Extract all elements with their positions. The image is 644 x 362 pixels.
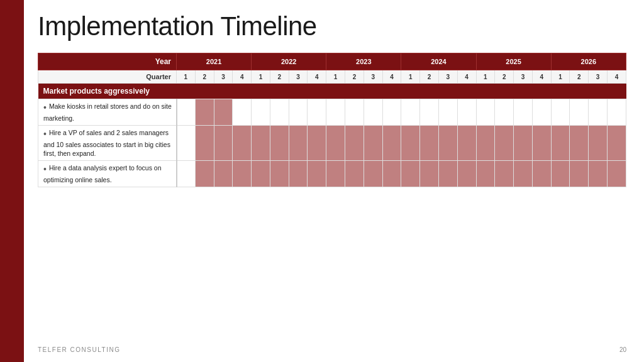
cell-r1-q18: [495, 99, 514, 126]
cell-r2-q19: [514, 126, 533, 161]
cell-r1-q3: [214, 99, 233, 126]
bullet-icon: •: [43, 102, 47, 112]
cell-r3-q21: [551, 161, 570, 187]
table-row: •Hire a data analysis expert to focus on…: [38, 161, 626, 187]
cell-r3-q2: [195, 161, 214, 187]
cell-r2-q24: [607, 126, 626, 161]
table-row: •Hire a VP of sales and 2 sales managers…: [38, 126, 626, 161]
q1: 1: [401, 70, 420, 84]
cell-r1-q21: [551, 99, 570, 126]
cell-r3-q18: [495, 161, 514, 187]
q1: 1: [326, 70, 345, 84]
cell-r3-q4: [233, 161, 252, 187]
cell-r2-q22: [570, 126, 589, 161]
q4: 4: [457, 70, 476, 84]
cell-r2-q14: [420, 126, 439, 161]
quarter-header-row: Quarter 1234 1234 1234 1234 1234 1234: [38, 70, 626, 84]
cell-r2-q5: [252, 126, 270, 161]
q3: 3: [214, 70, 233, 84]
cell-r1-q15: [438, 99, 457, 126]
q1: 1: [252, 70, 270, 84]
year-2023: 2023: [326, 53, 401, 70]
cell-r1-q4: [233, 99, 252, 126]
cell-r1-q5: [252, 99, 270, 126]
cell-r1-q20: [532, 99, 551, 126]
cell-r2-q21: [551, 126, 570, 161]
cell-r2-q2: [195, 126, 214, 161]
bullet-icon: •: [43, 129, 47, 139]
q1: 1: [476, 70, 495, 84]
q2: 2: [270, 70, 289, 84]
cell-r2-q13: [401, 126, 420, 161]
cell-r3-q17: [476, 161, 495, 187]
cell-r2-q20: [532, 126, 551, 161]
q2: 2: [495, 70, 514, 84]
cell-r1-q6: [270, 99, 289, 126]
cell-r2-q17: [476, 126, 495, 161]
q4: 4: [382, 70, 401, 84]
task-cell: •Make kiosks in retail stores and do on …: [38, 99, 177, 126]
q3: 3: [438, 70, 457, 84]
cell-r3-q15: [438, 161, 457, 187]
q4: 4: [607, 70, 626, 84]
q3: 3: [514, 70, 533, 84]
cell-r2-q10: [345, 126, 364, 161]
cell-r2-q7: [289, 126, 308, 161]
cell-r2-q6: [270, 126, 289, 161]
cell-r1-q13: [401, 99, 420, 126]
timeline-table: Year 2021 2022 2023 2024 2025 2026 Quart…: [38, 53, 626, 187]
q2: 2: [570, 70, 589, 84]
cell-r1-q24: [607, 99, 626, 126]
task-cell: •Hire a data analysis expert to focus on…: [38, 161, 177, 187]
year-2025: 2025: [476, 53, 551, 70]
q4: 4: [532, 70, 551, 84]
q3: 3: [589, 70, 608, 84]
cell-r2-q11: [364, 126, 382, 161]
cell-r1-q23: [589, 99, 608, 126]
task-cell: •Hire a VP of sales and 2 sales managers…: [38, 126, 177, 161]
cell-r2-q1: [177, 126, 196, 161]
q2: 2: [420, 70, 439, 84]
q3: 3: [289, 70, 308, 84]
page-title: Implementation Timeline: [38, 11, 626, 41]
bullet-icon: •: [43, 164, 47, 174]
cell-r1-q1: [177, 99, 196, 126]
cell-r3-q6: [270, 161, 289, 187]
cell-r1-q7: [289, 99, 308, 126]
cell-r3-q22: [570, 161, 589, 187]
cell-r1-q9: [326, 99, 345, 126]
cell-r1-q14: [420, 99, 439, 126]
cell-r2-q8: [308, 126, 326, 161]
cell-r3-q8: [308, 161, 326, 187]
footer-page-number: 20: [619, 346, 626, 353]
q1: 1: [551, 70, 570, 84]
cell-r2-q4: [233, 126, 252, 161]
cell-r3-q20: [532, 161, 551, 187]
section-header-row: Market products aggressively: [38, 84, 626, 99]
cell-r1-q17: [476, 99, 495, 126]
cell-r2-q12: [382, 126, 401, 161]
cell-r2-q15: [438, 126, 457, 161]
cell-r2-q3: [214, 126, 233, 161]
cell-r1-q8: [308, 99, 326, 126]
cell-r1-q11: [364, 99, 382, 126]
cell-r3-q19: [514, 161, 533, 187]
cell-r1-q22: [570, 99, 589, 126]
cell-r3-q16: [457, 161, 476, 187]
q4: 4: [308, 70, 326, 84]
cell-r2-q23: [589, 126, 608, 161]
q2: 2: [345, 70, 364, 84]
cell-r3-q11: [364, 161, 382, 187]
section-label: Market products aggressively: [38, 84, 626, 99]
cell-r3-q7: [289, 161, 308, 187]
cell-r1-q19: [514, 99, 533, 126]
year-label-cell: Year: [38, 53, 177, 70]
main-content: Implementation Timeline Year 2021 2022 2…: [24, 0, 644, 362]
cell-r2-q18: [495, 126, 514, 161]
q1: 1: [177, 70, 196, 84]
footer: TELFER CONSULTING 20: [24, 346, 644, 353]
cell-r3-q1: [177, 161, 196, 187]
cell-r3-q12: [382, 161, 401, 187]
table-row: •Make kiosks in retail stores and do on …: [38, 99, 626, 126]
cell-r1-q2: [195, 99, 214, 126]
